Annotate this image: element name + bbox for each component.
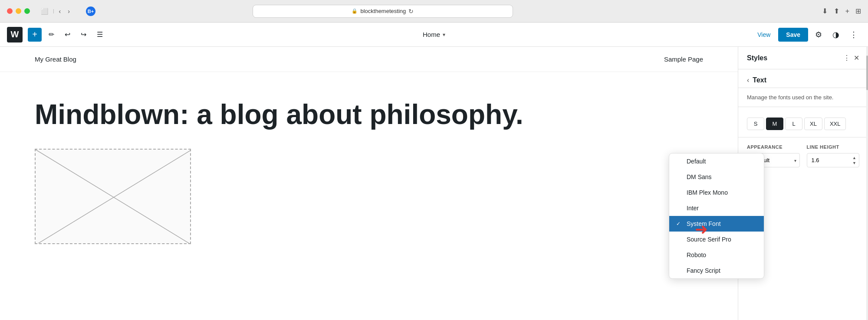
sidebar-close-icon[interactable]: ✕: [854, 54, 859, 62]
page-title-area: Home ▾: [423, 31, 445, 38]
site-header: My Great Blog Sample Page: [0, 47, 738, 72]
dropdown-label-roboto: Roboto: [687, 251, 706, 258]
appearance-label: APPEARANCE: [747, 144, 800, 150]
browser-controls: ⬜ | ‹ ›: [39, 7, 72, 16]
url-text: blockthemetesting: [360, 8, 406, 14]
close-button[interactable]: [7, 8, 13, 14]
save-button[interactable]: Save: [778, 28, 808, 42]
dropdown-label-inter: Inter: [687, 205, 699, 212]
wp-editor-toolbar: W + ✏ ↩ ↪ ☰ Home ▾ View Save ⚙ ◑ ⋮: [0, 23, 868, 47]
list-icon: ☰: [97, 30, 103, 39]
svg-line-0: [36, 150, 190, 243]
sidebar-header: Styles ⋮ ✕: [738, 47, 868, 69]
b-plus-badge: B+: [86, 7, 95, 16]
nav-item: Sample Page: [664, 56, 703, 63]
editor-area: My Great Blog Sample Page Mindblown: a b…: [0, 47, 738, 320]
sidebar-description: Manage the fonts used on the site.: [738, 88, 868, 107]
list-view-button[interactable]: ☰: [93, 28, 106, 41]
blog-title: My Great Blog: [35, 56, 76, 63]
more-options-icon[interactable]: ⋮: [846, 27, 861, 42]
sidebar-scrollbar-thumb: [866, 56, 868, 90]
pen-icon: ✏: [49, 30, 54, 39]
address-bar[interactable]: 🔒 blockthemetesting ↻: [253, 5, 513, 18]
dropdown-label-default: Default: [687, 158, 706, 165]
font-dropdown[interactable]: Default DM Sans IBM Plex Mono Inter ✓ Sy…: [669, 153, 764, 279]
line-height-wrapper: ▲ ▼: [807, 153, 860, 167]
back-button[interactable]: ‹: [747, 76, 749, 84]
divider: |: [53, 9, 54, 13]
settings-icon[interactable]: ⚙: [812, 27, 825, 42]
add-tab-icon[interactable]: +: [845, 7, 849, 15]
browser-right-icons: ⬇ ⬆ + ⊞: [822, 7, 861, 15]
dropdown-label-source-serif-pro: Source Serif Pro: [687, 236, 731, 243]
theme-toggle-icon[interactable]: ◑: [829, 27, 843, 42]
right-sidebar: Styles ⋮ ✕ ‹ Text Manage the fonts used …: [738, 47, 868, 320]
forward-icon[interactable]: ›: [66, 7, 72, 16]
redo-button[interactable]: ↪: [77, 28, 90, 41]
undo-icon: ↩: [65, 30, 70, 39]
sidebar-toggle-icon[interactable]: ⬜: [39, 7, 50, 16]
chevron-down-icon: ▾: [443, 32, 445, 38]
sidebar-title: Styles: [747, 54, 767, 62]
undo-button[interactable]: ↩: [61, 28, 74, 41]
add-block-button[interactable]: +: [28, 28, 42, 42]
maximize-button[interactable]: [24, 8, 30, 14]
font-size-xl[interactable]: XL: [804, 118, 822, 130]
font-size-buttons: S M L XL XXL: [747, 118, 859, 130]
page-title: Home: [423, 31, 440, 38]
stepper-up-icon[interactable]: ▲: [852, 155, 857, 160]
sidebar-back-nav: ‹ Text: [738, 69, 868, 88]
dropdown-label-ibm-plex-mono: IBM Plex Mono: [687, 189, 728, 196]
image-placeholder[interactable]: [35, 149, 191, 244]
dropdown-item-roboto[interactable]: Roboto: [669, 247, 764, 263]
dropdown-item-default[interactable]: Default: [669, 153, 764, 169]
dropdown-item-ibm-plex-mono[interactable]: IBM Plex Mono: [669, 185, 764, 200]
main-layout: My Great Blog Sample Page Mindblown: a b…: [0, 47, 868, 320]
traffic-lights: [7, 8, 30, 14]
dropdown-item-source-serif-pro[interactable]: Source Serif Pro: [669, 232, 764, 247]
lock-icon: 🔒: [352, 8, 358, 14]
dropdown-label-system-font: System Font: [687, 220, 721, 227]
dropdown-item-dm-sans[interactable]: DM Sans: [669, 169, 764, 185]
share-icon[interactable]: ⬆: [834, 7, 839, 15]
font-size-xxl[interactable]: XXL: [824, 118, 846, 130]
dropdown-label-fancy-script: Fancy Script: [687, 267, 720, 274]
line-height-label: LINE HEIGHT: [807, 144, 860, 150]
back-icon[interactable]: ‹: [57, 7, 63, 16]
sidebar-more-icon[interactable]: ⋮: [843, 54, 850, 62]
tabs-grid-icon[interactable]: ⊞: [855, 7, 861, 15]
font-size-s[interactable]: S: [747, 118, 764, 130]
view-button[interactable]: View: [753, 29, 775, 41]
sidebar-header-icons: ⋮ ✕: [843, 54, 859, 62]
pen-tool-button[interactable]: ✏: [45, 28, 58, 41]
line-height-col: LINE HEIGHT ▲ ▼: [807, 144, 860, 167]
font-size-section: S M L XL XXL: [738, 107, 868, 137]
font-size-l[interactable]: L: [785, 118, 802, 130]
line-height-input[interactable]: [807, 153, 860, 167]
refresh-icon[interactable]: ↻: [408, 8, 414, 15]
redo-icon: ↪: [81, 30, 86, 39]
toolbar-right: View Save ⚙ ◑ ⋮: [753, 27, 861, 42]
dropdown-item-fancy-script[interactable]: Fancy Script: [669, 263, 764, 278]
sidebar-scrollbar[interactable]: [866, 47, 868, 320]
wp-logo: W: [7, 27, 23, 42]
dropdown-item-inter[interactable]: Inter: [669, 200, 764, 216]
placeholder-svg: [36, 150, 190, 243]
dropdown-label-dm-sans: DM Sans: [687, 173, 712, 180]
minimize-button[interactable]: [16, 8, 21, 14]
hero-title: Mindblown: a blog about philosophy.: [35, 98, 703, 131]
dropdown-item-system-font[interactable]: ✓ System Font: [669, 216, 764, 232]
back-section-label: Text: [753, 76, 766, 84]
browser-chrome: ⬜ | ‹ › B+ 🔒 blockthemetesting ↻ ⬇ ⬆ + ⊞: [0, 0, 868, 23]
stepper-arrows: ▲ ▼: [852, 155, 857, 165]
font-size-m[interactable]: M: [766, 118, 783, 130]
stepper-down-icon[interactable]: ▼: [852, 160, 857, 165]
checkmark-icon: ✓: [676, 221, 683, 227]
download-icon[interactable]: ⬇: [822, 7, 828, 15]
